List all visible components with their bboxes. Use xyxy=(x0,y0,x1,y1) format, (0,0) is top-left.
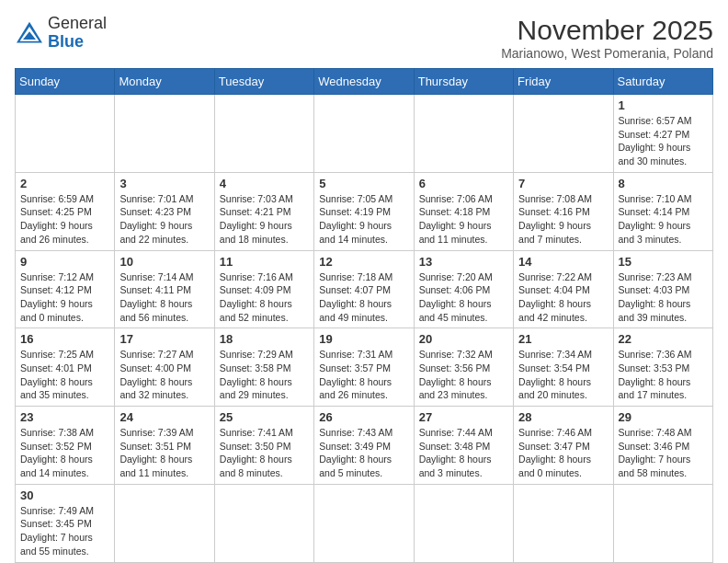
day-info: Sunrise: 7:32 AM Sunset: 3:56 PM Dayligh… xyxy=(419,348,508,402)
calendar-cell xyxy=(314,95,414,173)
calendar-cell xyxy=(514,95,613,173)
day-info: Sunrise: 7:23 AM Sunset: 4:03 PM Dayligh… xyxy=(619,270,708,325)
calendar-cell: 1Sunrise: 6:57 AM Sunset: 4:27 PM Daylig… xyxy=(613,95,712,173)
location-subtitle: Marianowo, West Pomerania, Poland xyxy=(501,46,713,61)
week-row-5: 23Sunrise: 7:38 AM Sunset: 3:52 PM Dayli… xyxy=(16,407,713,485)
day-number: 10 xyxy=(119,255,209,269)
day-number: 20 xyxy=(419,332,508,346)
calendar-cell: 20Sunrise: 7:32 AM Sunset: 3:56 PM Dayli… xyxy=(414,328,513,407)
header: General Blue November 2025 Marianowo, We… xyxy=(15,15,713,61)
calendar-cell: 22Sunrise: 7:36 AM Sunset: 3:53 PM Dayli… xyxy=(613,328,712,407)
day-info: Sunrise: 7:41 AM Sunset: 3:50 PM Dayligh… xyxy=(220,426,309,480)
day-number: 19 xyxy=(319,332,408,346)
calendar-cell: 5Sunrise: 7:05 AM Sunset: 4:19 PM Daylig… xyxy=(314,172,414,250)
day-number: 9 xyxy=(20,255,109,269)
day-number: 25 xyxy=(220,410,309,424)
title-section: November 2025 Marianowo, West Pomerania,… xyxy=(501,15,713,61)
day-number: 21 xyxy=(518,332,608,346)
calendar-cell: 28Sunrise: 7:46 AM Sunset: 3:47 PM Dayli… xyxy=(514,407,613,485)
day-number: 5 xyxy=(319,177,408,190)
calendar-cell: 10Sunrise: 7:14 AM Sunset: 4:11 PM Dayli… xyxy=(115,250,214,328)
calendar-cell: 2Sunrise: 6:59 AM Sunset: 4:25 PM Daylig… xyxy=(16,172,115,250)
calendar: SundayMondayTuesdayWednesdayThursdayFrid… xyxy=(15,68,713,563)
day-info: Sunrise: 7:05 AM Sunset: 4:19 PM Dayligh… xyxy=(319,192,408,247)
day-info: Sunrise: 7:18 AM Sunset: 4:07 PM Dayligh… xyxy=(319,270,408,325)
day-number: 13 xyxy=(419,255,508,269)
header-row: SundayMondayTuesdayWednesdayThursdayFrid… xyxy=(16,69,713,95)
calendar-cell: 12Sunrise: 7:18 AM Sunset: 4:07 PM Dayli… xyxy=(314,250,414,328)
day-header-tuesday: Tuesday xyxy=(214,69,313,95)
day-info: Sunrise: 7:16 AM Sunset: 4:09 PM Dayligh… xyxy=(220,270,309,325)
day-header-wednesday: Wednesday xyxy=(314,69,414,95)
day-number: 7 xyxy=(518,177,608,190)
calendar-cell: 19Sunrise: 7:31 AM Sunset: 3:57 PM Dayli… xyxy=(314,328,414,407)
calendar-cell xyxy=(115,484,214,562)
day-number: 24 xyxy=(119,410,209,424)
calendar-cell: 26Sunrise: 7:43 AM Sunset: 3:49 PM Dayli… xyxy=(314,407,414,485)
day-number: 4 xyxy=(220,177,309,190)
week-row-6: 30Sunrise: 7:49 AM Sunset: 3:45 PM Dayli… xyxy=(16,484,713,562)
calendar-cell: 21Sunrise: 7:34 AM Sunset: 3:54 PM Dayli… xyxy=(514,328,613,407)
day-number: 2 xyxy=(20,177,109,190)
day-number: 6 xyxy=(419,177,508,190)
day-number: 29 xyxy=(619,410,708,424)
calendar-cell: 14Sunrise: 7:22 AM Sunset: 4:04 PM Dayli… xyxy=(514,250,613,328)
week-row-1: 1Sunrise: 6:57 AM Sunset: 4:27 PM Daylig… xyxy=(16,95,713,173)
day-number: 17 xyxy=(119,332,209,346)
day-number: 3 xyxy=(119,177,209,190)
calendar-cell xyxy=(414,484,513,562)
day-number: 16 xyxy=(20,332,109,346)
calendar-cell xyxy=(514,484,613,562)
calendar-cell: 4Sunrise: 7:03 AM Sunset: 4:21 PM Daylig… xyxy=(214,172,313,250)
calendar-cell: 16Sunrise: 7:25 AM Sunset: 4:01 PM Dayli… xyxy=(16,328,115,407)
day-number: 11 xyxy=(220,255,309,269)
day-number: 12 xyxy=(319,255,408,269)
calendar-cell: 24Sunrise: 7:39 AM Sunset: 3:51 PM Dayli… xyxy=(115,407,214,485)
logo: General Blue xyxy=(15,15,107,52)
calendar-cell: 7Sunrise: 7:08 AM Sunset: 4:16 PM Daylig… xyxy=(514,172,613,250)
calendar-cell xyxy=(214,484,313,562)
calendar-cell: 8Sunrise: 7:10 AM Sunset: 4:14 PM Daylig… xyxy=(613,172,712,250)
day-info: Sunrise: 7:31 AM Sunset: 3:57 PM Dayligh… xyxy=(319,348,408,402)
logo-blue-text: Blue xyxy=(48,32,84,51)
week-row-3: 9Sunrise: 7:12 AM Sunset: 4:12 PM Daylig… xyxy=(16,250,713,328)
calendar-cell: 30Sunrise: 7:49 AM Sunset: 3:45 PM Dayli… xyxy=(16,484,115,562)
day-info: Sunrise: 6:59 AM Sunset: 4:25 PM Dayligh… xyxy=(20,192,109,247)
logo-general-text: General xyxy=(48,14,107,32)
day-info: Sunrise: 7:08 AM Sunset: 4:16 PM Dayligh… xyxy=(518,192,608,247)
logo-icon xyxy=(15,20,44,46)
day-number: 8 xyxy=(619,177,708,190)
day-header-saturday: Saturday xyxy=(613,69,712,95)
day-number: 15 xyxy=(619,255,708,269)
day-info: Sunrise: 7:46 AM Sunset: 3:47 PM Dayligh… xyxy=(518,426,608,480)
day-info: Sunrise: 7:39 AM Sunset: 3:51 PM Dayligh… xyxy=(119,426,209,480)
calendar-cell: 18Sunrise: 7:29 AM Sunset: 3:58 PM Dayli… xyxy=(214,328,313,407)
day-number: 28 xyxy=(518,410,608,424)
day-info: Sunrise: 7:25 AM Sunset: 4:01 PM Dayligh… xyxy=(20,348,109,402)
day-info: Sunrise: 7:48 AM Sunset: 3:46 PM Dayligh… xyxy=(619,426,708,480)
day-header-friday: Friday xyxy=(514,69,613,95)
day-info: Sunrise: 7:34 AM Sunset: 3:54 PM Dayligh… xyxy=(518,348,608,402)
day-number: 30 xyxy=(20,488,109,502)
day-info: Sunrise: 7:43 AM Sunset: 3:49 PM Dayligh… xyxy=(319,426,408,480)
day-header-sunday: Sunday xyxy=(16,69,115,95)
day-number: 1 xyxy=(619,98,708,112)
day-number: 27 xyxy=(419,410,508,424)
day-info: Sunrise: 7:29 AM Sunset: 3:58 PM Dayligh… xyxy=(220,348,309,402)
day-number: 22 xyxy=(619,332,708,346)
day-info: Sunrise: 7:22 AM Sunset: 4:04 PM Dayligh… xyxy=(518,270,608,325)
day-info: Sunrise: 6:57 AM Sunset: 4:27 PM Dayligh… xyxy=(619,114,708,168)
day-info: Sunrise: 7:10 AM Sunset: 4:14 PM Dayligh… xyxy=(619,192,708,247)
calendar-cell: 9Sunrise: 7:12 AM Sunset: 4:12 PM Daylig… xyxy=(16,250,115,328)
calendar-cell: 6Sunrise: 7:06 AM Sunset: 4:18 PM Daylig… xyxy=(414,172,513,250)
day-info: Sunrise: 7:03 AM Sunset: 4:21 PM Dayligh… xyxy=(220,192,309,247)
day-header-monday: Monday xyxy=(115,69,214,95)
calendar-cell xyxy=(613,484,712,562)
calendar-cell: 27Sunrise: 7:44 AM Sunset: 3:48 PM Dayli… xyxy=(414,407,513,485)
calendar-cell: 3Sunrise: 7:01 AM Sunset: 4:23 PM Daylig… xyxy=(115,172,214,250)
day-info: Sunrise: 7:36 AM Sunset: 3:53 PM Dayligh… xyxy=(619,348,708,402)
day-info: Sunrise: 7:49 AM Sunset: 3:45 PM Dayligh… xyxy=(20,504,109,558)
day-info: Sunrise: 7:27 AM Sunset: 4:00 PM Dayligh… xyxy=(119,348,209,402)
day-number: 14 xyxy=(518,255,608,269)
calendar-cell xyxy=(214,95,313,173)
